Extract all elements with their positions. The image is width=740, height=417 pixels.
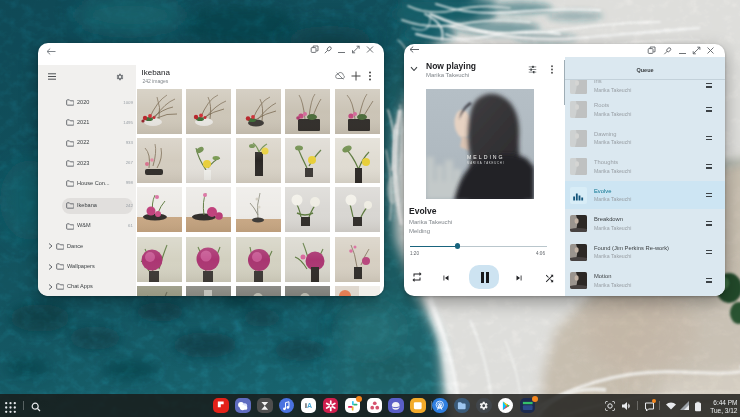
svg-text:MARIKA TAKEUCHI: MARIKA TAKEUCHI xyxy=(467,161,504,165)
svg-text:MELDING: MELDING xyxy=(467,154,505,160)
